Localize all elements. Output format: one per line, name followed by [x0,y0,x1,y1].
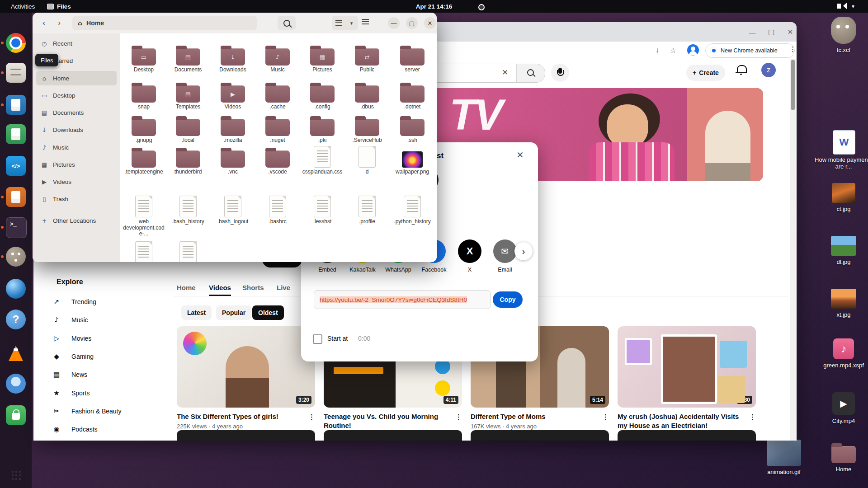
sidebar-item-music[interactable]: ♪Music [36,140,117,155]
file-item[interactable]: .templateengine [121,145,166,175]
scrollbar-thumb[interactable] [791,60,795,110]
files-maximize-button[interactable]: ▢ [406,17,418,29]
desktop-icon-how-mobile-payments-are-r...[interactable]: How mobile payments are r... [833,130,855,155]
dock-impress-icon[interactable] [5,186,27,208]
system-menu-chevron-icon[interactable]: ▾ [852,3,854,9]
video-card[interactable]: 3:20The Six Different Types of girls!225… [177,326,315,430]
dock-software-icon[interactable] [5,404,27,426]
sidebar-item-gaming[interactable]: ◆Gaming [52,348,165,365]
file-item[interactable]: .local [165,114,211,144]
sidebar-item-news[interactable]: ▤News [52,366,165,383]
dock-vlc-icon[interactable] [5,342,27,364]
tab-home[interactable]: Home [177,280,196,295]
focused-app-menu[interactable]: Files [47,0,71,13]
create-button[interactable]: + Create [686,65,725,81]
file-item[interactable]: server [390,43,435,73]
dock-help-icon[interactable] [5,309,27,330]
file-item[interactable]: .bash_history [165,195,211,225]
close-icon[interactable]: ✕ [516,150,524,160]
sidebar-item-videos[interactable]: ▶Videos [36,174,117,189]
dock-chrome-icon[interactable] [5,32,27,54]
desktop-icon-city.mp4[interactable]: City.mp4 [832,392,855,415]
file-item[interactable]: csspianduan.css [300,145,345,175]
sidebar-item-documents[interactable]: ▤Documents [36,105,117,120]
desktop-icon-animation.gif[interactable]: animation.gif [767,440,801,466]
file-item[interactable]: ▤Templates [165,80,211,110]
files-close-button[interactable]: ✕ [424,17,436,29]
file-item[interactable]: d [344,145,390,175]
file-item[interactable]: ↓Downloads [210,43,255,73]
file-item[interactable]: wallpaper.png [390,145,435,175]
file-item[interactable]: ♪Music [255,43,300,73]
file-item[interactable]: .dotnet [390,80,435,110]
files-search-button[interactable] [278,16,296,30]
tab-shorts[interactable]: Shorts [242,280,264,295]
bookmark-star-icon[interactable]: ☆ [670,46,676,55]
file-item[interactable]: ▭Desktop [121,43,166,73]
chrome-profile-avatar[interactable] [687,44,699,56]
file-item[interactable]: .nuget [255,114,300,144]
chrome-update-button[interactable]: New Chrome available [705,43,795,58]
sidebar-item-trash[interactable]: ▯Trash [36,192,117,206]
file-item[interactable]: .pki [300,114,345,144]
file-item[interactable]: .bashrc [255,195,300,225]
dock-gimp-icon[interactable] [5,246,27,267]
video-menu-icon[interactable]: ⋮ [455,413,462,421]
dock-vscode-icon[interactable] [5,155,27,177]
file-item[interactable]: .bash_logout [210,195,255,225]
file-item[interactable]: .dbus [344,80,390,110]
sidebar-item-podcasts[interactable]: ◉Podcasts [52,421,165,437]
file-item[interactable]: .gnupg [121,114,166,144]
file-item[interactable]: .python_history [390,195,435,225]
file-item[interactable]: .mozilla [210,114,255,144]
chrome-close-button[interactable]: ✕ [785,27,796,38]
file-item[interactable]: .vscode [255,145,300,175]
voice-search-button[interactable] [551,64,569,82]
file-item[interactable]: viminfo [165,241,211,262]
file-item[interactable]: .lesshst [300,195,345,225]
video-thumbnail[interactable]: 5:30 [618,326,756,408]
sidebar-item-sports[interactable]: ★Sports [52,385,165,401]
sidebar-item-fashion-beauty[interactable]: ✂Fashion & Beauty [52,403,165,419]
video-menu-icon[interactable]: ⋮ [308,413,315,421]
file-item[interactable]: sudo-as... [121,241,166,262]
copy-button[interactable]: Copy [493,291,523,308]
view-options-chevron-icon[interactable]: ▾ [345,16,358,30]
chrome-menu-icon[interactable]: ⋮ [789,45,796,53]
chip-popular[interactable]: Popular [216,305,251,320]
file-item[interactable]: .ssh [390,114,435,144]
video-menu-icon[interactable]: ⋮ [749,413,756,421]
dock-terminal-icon[interactable] [5,216,27,238]
chrome-minimize-button[interactable]: — [747,27,758,38]
share-target-x[interactable]: XX [453,239,487,273]
hamburger-menu-icon[interactable] [362,19,369,20]
dock-chromium-icon[interactable] [5,373,27,394]
more-targets-button[interactable]: › [514,242,533,260]
activities-button[interactable]: Activities [7,0,38,13]
chip-latest[interactable]: Latest [181,305,212,320]
file-item[interactable]: ⇄Public [344,43,390,73]
video-title[interactable]: The Six Different Types of girls! [177,412,302,421]
desktop-icon-tc.xcf[interactable]: tc.xcf [831,17,856,44]
file-item[interactable]: .config [300,80,345,110]
sidebar-item-home[interactable]: ⌂Home [36,71,117,85]
desktop-icon-home[interactable]: Home [831,446,856,463]
file-item[interactable]: .cache [255,80,300,110]
sidebar-item-other-locations[interactable]: +Other Locations [36,213,117,228]
video-card[interactable]: 5:30My crush (Joshua) Accidentally Visit… [618,326,756,439]
desktop-icon-green.mp4.xspf[interactable]: green.mp4.xspf [833,338,854,359]
scrollbar[interactable] [790,59,796,441]
sidebar-item-trending[interactable]: ↗Trending [52,294,165,310]
sidebar-item-downloads[interactable]: ↓Downloads [36,122,117,137]
file-item[interactable]: snap [121,80,166,110]
file-item[interactable]: ▶Videos [210,80,255,110]
download-icon[interactable]: ↓ [656,46,659,54]
path-bar[interactable]: ⌂ Home [72,16,257,30]
share-url-field[interactable]: https://youtu.be/-2_Smor0O7Y?si=g0cFiCEQ… [314,290,491,309]
video-title[interactable]: My crush (Joshua) Accidentally Visits my… [618,412,742,430]
video-title[interactable]: Different Type of Moms [471,412,595,421]
file-item[interactable]: ▤Documents [165,43,211,73]
desktop-icon-xt.jpg[interactable]: xt.jpg [831,289,856,309]
desktop-icon-dl.jpg[interactable]: dl.jpg [831,236,856,256]
search-clear-icon[interactable]: ✕ [502,68,508,77]
